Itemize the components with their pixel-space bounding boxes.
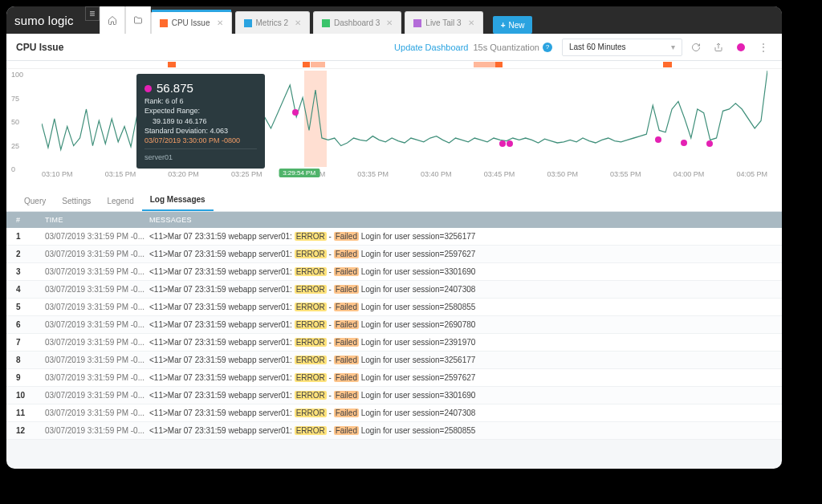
log-row[interactable]: 1203/07/2019 3:31:59 PM -0...<11>Mar 07 … xyxy=(6,422,782,440)
anomaly-block[interactable] xyxy=(168,62,177,67)
failed-highlight: Failed xyxy=(334,250,359,258)
tab-close-icon[interactable]: ✕ xyxy=(217,18,223,27)
tab-icon xyxy=(413,19,421,27)
failed-highlight: Failed xyxy=(334,391,359,400)
anomaly-point[interactable] xyxy=(292,109,299,116)
anomaly-indicator[interactable] xyxy=(732,39,750,56)
hamburger-button[interactable]: ≡ xyxy=(85,6,100,21)
error-highlight: ERROR xyxy=(295,338,327,347)
home-button[interactable] xyxy=(100,6,125,34)
plus-icon: + xyxy=(501,21,506,30)
log-row[interactable]: 703/07/2019 3:31:59 PM -0...<11>Mar 07 2… xyxy=(6,334,782,352)
log-row[interactable]: 303/07/2019 3:31:59 PM -0...<11>Mar 07 2… xyxy=(6,263,782,281)
tooltip-stddev: Standard Deviation: 4.063 xyxy=(144,126,257,136)
col-time[interactable]: TIME xyxy=(45,216,149,224)
row-index: 7 xyxy=(16,338,45,347)
tab-icon xyxy=(160,19,168,27)
log-row[interactable]: 603/07/2019 3:31:59 PM -0...<11>Mar 07 2… xyxy=(6,316,782,334)
folder-button[interactable] xyxy=(125,6,151,34)
y-tick: 75 xyxy=(11,95,19,103)
tab-live-tail-3[interactable]: Live Tail 3✕ xyxy=(405,11,482,34)
anomaly-block[interactable] xyxy=(474,62,495,67)
row-message: <11>Mar 07 23:31:59 webapp server01: ERR… xyxy=(149,373,772,382)
update-dashboard-link[interactable]: Update Dashboard xyxy=(394,43,468,52)
row-message: <11>Mar 07 23:31:59 webapp server01: ERR… xyxy=(149,303,772,311)
row-time: 03/07/2019 3:31:59 PM -0... xyxy=(45,320,149,329)
share-icon xyxy=(714,43,723,52)
subtab-query[interactable]: Query xyxy=(16,191,54,211)
time-range-selector[interactable]: Last 60 Minutes ▾ xyxy=(562,39,682,56)
help-icon[interactable]: ? xyxy=(543,43,552,52)
log-row[interactable]: 503/07/2019 3:31:59 PM -0...<11>Mar 07 2… xyxy=(6,299,782,316)
col-index[interactable]: # xyxy=(16,216,45,224)
tab-close-icon[interactable]: ✕ xyxy=(468,18,474,27)
failed-highlight: Failed xyxy=(334,426,359,435)
anomaly-point[interactable] xyxy=(507,140,513,147)
share-button[interactable] xyxy=(710,39,727,56)
new-tab-button[interactable]: +New xyxy=(493,16,533,34)
error-highlight: ERROR xyxy=(295,356,327,364)
row-index: 8 xyxy=(16,356,45,364)
y-tick: 25 xyxy=(11,142,19,150)
tab-icon xyxy=(322,19,330,27)
anomaly-dot-icon xyxy=(737,43,745,51)
log-row[interactable]: 103/07/2019 3:31:59 PM -0...<11>Mar 07 2… xyxy=(6,228,782,246)
anomaly-block[interactable] xyxy=(311,62,325,67)
error-highlight: ERROR xyxy=(295,426,327,435)
col-messages[interactable]: MESSAGES xyxy=(149,216,772,224)
row-time: 03/07/2019 3:31:59 PM -0... xyxy=(45,232,149,241)
brand-logo: sumo logic xyxy=(6,6,82,34)
tab-dashboard-3[interactable]: Dashboard 3✕ xyxy=(313,11,401,34)
row-time: 03/07/2019 3:31:59 PM -0... xyxy=(45,285,149,294)
quantization-label: 15s Quantization xyxy=(473,43,539,52)
anomaly-block[interactable] xyxy=(495,62,503,67)
anomaly-point[interactable] xyxy=(655,136,661,143)
log-row[interactable]: 403/07/2019 3:31:59 PM -0...<11>Mar 07 2… xyxy=(6,281,782,299)
tab-metrics-2[interactable]: Metrics 2✕ xyxy=(235,11,311,34)
log-row[interactable]: 203/07/2019 3:31:59 PM -0...<11>Mar 07 2… xyxy=(6,246,782,263)
subtab-legend[interactable]: Legend xyxy=(99,191,141,211)
tooltip-expected-value: 39.189 to 46.176 xyxy=(144,116,257,126)
failed-highlight: Failed xyxy=(334,373,359,382)
x-tick: 03:20 PM xyxy=(168,170,199,185)
detail-tabs: QuerySettingsLegendLog Messages xyxy=(6,188,782,212)
row-index: 3 xyxy=(16,267,45,276)
tab-cpu-issue[interactable]: CPU Issue✕ xyxy=(151,11,232,34)
anomaly-point[interactable] xyxy=(706,140,713,147)
row-time: 03/07/2019 3:31:59 PM -0... xyxy=(45,391,149,400)
anomaly-block[interactable] xyxy=(663,62,672,67)
x-tick: 04:05 PM xyxy=(736,170,767,185)
failed-highlight: Failed xyxy=(334,267,359,276)
chart-x-axis: 03:10 PM03:15 PM03:20 PM03:25 PM03:30 PM… xyxy=(42,170,767,185)
error-highlight: ERROR xyxy=(295,250,327,258)
x-tick: 03:15 PM xyxy=(105,170,136,185)
error-highlight: ERROR xyxy=(295,320,327,329)
error-highlight: ERROR xyxy=(295,303,327,311)
x-tick: 03:40 PM xyxy=(421,170,452,185)
more-menu[interactable]: ⋮ xyxy=(755,39,772,56)
log-row[interactable]: 903/07/2019 3:31:59 PM -0...<11>Mar 07 2… xyxy=(6,369,782,387)
anomaly-block[interactable] xyxy=(303,62,310,67)
row-time: 03/07/2019 3:31:59 PM -0... xyxy=(45,373,149,382)
subtab-log-messages[interactable]: Log Messages xyxy=(142,189,214,211)
row-time: 03/07/2019 3:31:59 PM -0... xyxy=(45,267,149,276)
failed-highlight: Failed xyxy=(334,232,359,241)
row-message: <11>Mar 07 23:31:59 webapp server01: ERR… xyxy=(149,285,772,294)
page-title: CPU Issue xyxy=(16,42,63,53)
log-row[interactable]: 1003/07/2019 3:31:59 PM -0...<11>Mar 07 … xyxy=(6,387,782,404)
tab-close-icon[interactable]: ✕ xyxy=(386,18,393,27)
log-row[interactable]: 803/07/2019 3:31:59 PM -0...<11>Mar 07 2… xyxy=(6,352,782,369)
subtab-settings[interactable]: Settings xyxy=(54,191,99,211)
app-topbar: sumo logic ≡ CPU Issue✕Metrics 2✕Dashboa… xyxy=(6,6,782,34)
y-tick: 100 xyxy=(11,71,23,79)
anomaly-point[interactable] xyxy=(499,140,506,147)
failed-highlight: Failed xyxy=(334,338,359,347)
anomaly-point[interactable] xyxy=(681,140,687,146)
refresh-button[interactable] xyxy=(687,39,705,56)
tab-label: Live Tail 3 xyxy=(425,18,461,27)
tab-close-icon[interactable]: ✕ xyxy=(295,18,301,27)
row-time: 03/07/2019 3:31:59 PM -0... xyxy=(45,356,149,364)
refresh-icon xyxy=(691,43,701,52)
x-tick: 04:00 PM xyxy=(673,170,705,185)
log-row[interactable]: 1103/07/2019 3:31:59 PM -0...<11>Mar 07 … xyxy=(6,404,782,422)
